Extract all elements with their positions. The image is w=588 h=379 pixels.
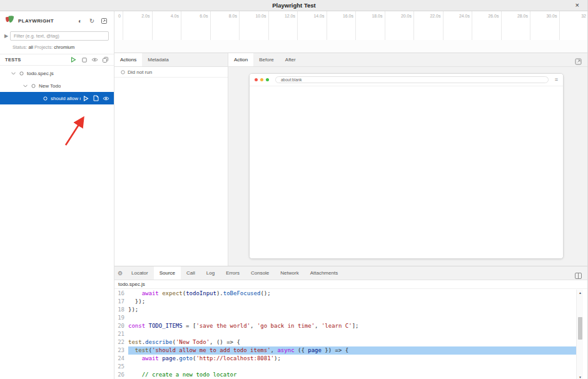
line-number: 25 (114, 363, 128, 371)
code-scrollbar[interactable]: ▲ ▼ (576, 290, 583, 379)
traffic-light-red-icon (255, 78, 258, 81)
tab-attachments[interactable]: Attachments (305, 266, 343, 280)
show-source-icon[interactable] (91, 94, 101, 103)
stop-icon[interactable] (79, 55, 89, 64)
browser-toolbar: about:blank ≡ (250, 74, 563, 86)
tests-toolbar: TESTS (0, 54, 114, 66)
code-line: 25 (114, 363, 577, 371)
tab-metadata[interactable]: Metadata (142, 53, 174, 66)
line-number: 23 (114, 346, 128, 355)
line-number: 17 (114, 298, 128, 306)
source-file-name: todo.spec.js (114, 280, 588, 289)
browser-snapshot-window: about:blank ≡ (249, 73, 564, 259)
tab-call[interactable]: Call (181, 266, 201, 280)
status-label: Status: (13, 44, 27, 50)
code-line: 24 await page.goto('http://localhost:808… (114, 355, 577, 363)
code-text: test('should allow me to add todo items'… (128, 346, 577, 355)
line-number: 22 (114, 338, 128, 346)
playwright-logo-icon (5, 15, 14, 26)
scroll-down-icon[interactable]: ▼ (577, 374, 584, 379)
line-number: 21 (114, 330, 128, 338)
collapse-all-icon[interactable] (101, 55, 110, 64)
settings-gear-icon[interactable]: ⚙ (114, 266, 126, 280)
line-number: 19 (114, 314, 128, 322)
filter-expand-icon[interactable]: ▶ (3, 33, 10, 39)
timeline-filmstrip (114, 40, 588, 53)
watch-test-icon[interactable] (101, 94, 111, 103)
tab-console[interactable]: Console (245, 266, 275, 280)
source-code-view[interactable]: 16 await expect(todoInput).toBeFocused()… (114, 290, 577, 379)
popout-window-icon[interactable] (99, 16, 109, 26)
tab-source[interactable]: Source (154, 266, 181, 280)
snapshot-tabbar: ActionBeforeAfter (228, 53, 588, 67)
timeline-ruler: 02.0s4.0s6.0s8.0s10.0s12.0s14.0s16.0s18.… (114, 11, 588, 40)
status-circle-icon (119, 70, 126, 74)
watch-all-icon[interactable] (90, 55, 99, 64)
code-text: await page.goto('http://localhost:8081')… (128, 355, 577, 363)
tree-item-should-allow-m-[interactable]: should allow m... (0, 92, 114, 104)
tab-after[interactable]: After (280, 53, 302, 66)
chevron-down-icon[interactable] (9, 72, 18, 75)
tab-actions[interactable]: Actions (114, 53, 142, 66)
code-line: 20const TODO_ITEMS = ['save the world', … (114, 322, 577, 330)
close-icon[interactable]: × (575, 0, 579, 11)
code-text: }); (128, 306, 577, 314)
line-number: 20 (114, 322, 128, 330)
scrollbar-thumb[interactable] (578, 317, 582, 340)
line-number: 18 (114, 306, 128, 314)
browser-menu-icon: ≡ (555, 77, 558, 83)
open-snapshot-external-icon[interactable] (575, 56, 582, 68)
code-text (128, 314, 577, 322)
filter-input[interactable] (10, 31, 109, 41)
theme-toggle-icon[interactable]: ◐ (75, 16, 85, 26)
run-all-icon[interactable] (69, 55, 78, 64)
timeline-tick-label: 32 (550, 14, 586, 18)
tab-action[interactable]: Action (228, 53, 253, 66)
address-bar-url: about:blank (281, 78, 302, 82)
did-not-run-label: Did not run (128, 69, 152, 75)
code-text: }); (128, 298, 577, 306)
filter-row: ▶ (0, 30, 114, 41)
sidebar: PLAYWRIGHT ◐ ↻ ▶ Status: all Projects: c… (0, 11, 114, 379)
sidebar-header: PLAYWRIGHT ◐ ↻ (0, 11, 114, 30)
test-tree: todo.spec.jsNew Todoshould allow m... (0, 66, 114, 104)
code-line: 26 // create a new todo locator (114, 371, 577, 379)
code-text: test.describe('New Todo', () => { (128, 338, 577, 346)
reload-icon[interactable]: ↻ (87, 16, 97, 26)
browser-page-blank (250, 86, 563, 259)
run-test-icon[interactable] (81, 94, 91, 103)
tab-network[interactable]: Network (275, 266, 304, 280)
bottom-tabbar: ⚙ LocatorSourceCallLogErrorsConsoleNetwo… (114, 266, 588, 280)
filter-status-line: Status: all Projects: chromium (0, 41, 114, 54)
test-status-circle-icon (18, 71, 25, 76)
code-text: const TODO_ITEMS = ['save the world', 'g… (128, 322, 577, 330)
tab-errors[interactable]: Errors (220, 266, 245, 280)
scroll-up-icon[interactable]: ▲ (577, 290, 584, 295)
line-number: 16 (114, 290, 128, 298)
title-bar: Playwright Test × (0, 0, 588, 11)
tab-before[interactable]: Before (253, 53, 280, 66)
tab-log[interactable]: Log (201, 266, 220, 280)
projects-value: chromium (54, 44, 74, 50)
line-number: 26 (114, 371, 128, 379)
code-text (128, 363, 577, 371)
line-number: 24 (114, 355, 128, 363)
snapshot-panel: ActionBeforeAfter about:blank ≡ (228, 53, 588, 266)
tree-item-label: should allow m... (51, 96, 81, 101)
traffic-light-green-icon (266, 78, 269, 81)
window-title: Playwright Test (272, 2, 316, 9)
split-view-icon[interactable] (575, 270, 582, 281)
actions-panel: ActionsMetadata Did not run (114, 53, 228, 266)
code-text: // create a new todo locator (128, 371, 577, 379)
code-line: 19 (114, 314, 577, 322)
tree-item-todo-spec-js[interactable]: todo.spec.js (0, 67, 114, 79)
code-line: 16 await expect(todoInput).toBeFocused()… (114, 290, 577, 298)
address-bar: about:blank (275, 76, 549, 83)
chevron-down-icon[interactable] (21, 84, 29, 88)
code-line-highlighted: 23 test('should allow me to add todo ite… (114, 346, 577, 355)
tree-item-new-todo[interactable]: New Todo (0, 79, 114, 92)
red-arrow-annotation (58, 110, 95, 150)
tab-locator[interactable]: Locator (126, 266, 154, 280)
timeline[interactable]: 02.0s4.0s6.0s8.0s10.0s12.0s14.0s16.0s18.… (114, 11, 588, 53)
brand-label: PLAYWRIGHT (18, 18, 54, 24)
